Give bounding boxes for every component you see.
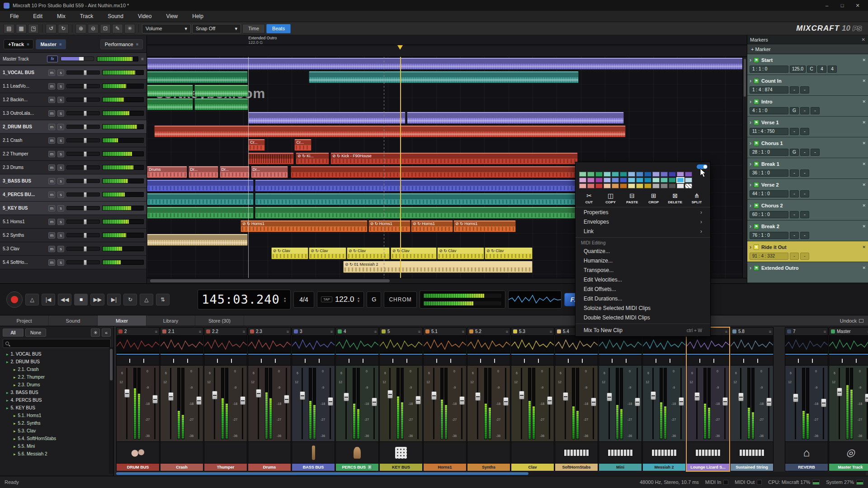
channel-sends-row[interactable] <box>467 356 510 366</box>
bottom-tab[interactable]: Store (30) <box>195 315 244 326</box>
aux-fader[interactable] <box>327 368 333 439</box>
marker-position[interactable]: 60 : 1 : 0 <box>750 211 788 218</box>
mute-button[interactable]: m <box>48 70 55 76</box>
color-swatch[interactable] <box>579 178 586 183</box>
tree-arrow-icon[interactable]: ▸ <box>14 429 16 433</box>
tree-arrow-icon[interactable]: ▸ <box>14 375 16 380</box>
audio-clip[interactable] <box>407 112 624 124</box>
marker-position[interactable]: 1 : 1 : 0 <box>750 66 788 73</box>
audio-clip[interactable]: ⊘ ↻ Clav <box>271 248 308 259</box>
channel-menu-icon[interactable]: ≡ <box>418 329 420 334</box>
marker-position[interactable]: 4 : 1 : 0 <box>750 107 788 114</box>
track-row[interactable]: 5_KEY BUS m s <box>0 202 146 215</box>
chevron-right-icon[interactable]: › <box>750 223 751 230</box>
channel-menu-icon[interactable]: ≡ <box>824 329 826 334</box>
channel-header[interactable]: 2.3 ≡ <box>248 328 291 336</box>
track-volume-slider[interactable] <box>66 179 100 183</box>
aux-fader[interactable] <box>634 368 640 439</box>
color-swatch[interactable] <box>636 172 643 177</box>
clip-action-button[interactable]: ⊞ CROP <box>644 192 664 204</box>
aux-fader[interactable] <box>415 368 421 439</box>
audio-clip[interactable] <box>147 99 193 110</box>
audio-clip[interactable] <box>248 112 406 124</box>
marker-close-icon[interactable]: ✕ <box>862 203 866 208</box>
tree-arrow-icon[interactable]: ▸ <box>6 398 9 403</box>
color-swatch[interactable] <box>652 183 660 188</box>
chevron-right-icon[interactable]: › <box>750 244 751 250</box>
color-swatch[interactable] <box>587 178 594 183</box>
mixer-channel-strip[interactable]: 5.8 ≡ 612 <box>730 327 774 471</box>
tree-item[interactable]: ▸ 3. BASS BUS <box>3 389 111 396</box>
marker-beat-1[interactable]: - <box>790 169 799 177</box>
volume-fader[interactable] <box>650 368 656 439</box>
chevron-right-icon[interactable]: › <box>750 99 751 105</box>
tree-arrow-icon[interactable]: ▸ <box>14 452 16 456</box>
color-swatch[interactable] <box>677 178 684 183</box>
color-swatch[interactable] <box>595 178 603 183</box>
tree-arrow-icon[interactable]: ▸ <box>14 383 16 387</box>
undo-icon[interactable]: ↺ <box>46 24 57 33</box>
menu-item[interactable]: Track <box>74 12 100 21</box>
track-volume-slider[interactable] <box>66 125 100 129</box>
tree-item[interactable]: ▸ 5.2. Synths <box>3 419 111 427</box>
mixer-channel-strip[interactable]: 5 ≡ 612 <box>379 327 423 471</box>
mixer-channel-strip[interactable]: 4 ≡ 612 <box>335 327 379 471</box>
marker-beat-2[interactable]: - <box>800 169 809 177</box>
aux-fader[interactable] <box>678 368 684 439</box>
rewind-button[interactable]: ◀◀ <box>58 294 71 305</box>
bottom-tab[interactable]: Mixer <box>98 315 146 326</box>
context-menu-item[interactable]: Edit Durations... <box>576 294 710 303</box>
audio-clip[interactable]: ⊘ ↻ Clav <box>347 248 390 259</box>
marker-row[interactable]: › ⚑ Ride it Out ✕ 91 : 4 : 332 - - <box>747 241 868 262</box>
track-volume-slider[interactable] <box>66 152 100 156</box>
track-volume-slider[interactable] <box>66 192 100 197</box>
channel-sends-row[interactable] <box>292 356 335 366</box>
mixer-channel-strip[interactable]: 5.6 ≡ 612 <box>642 327 686 471</box>
mixer-channel-strip[interactable]: 5.3 ≡ 612 <box>511 327 554 471</box>
settings-gear-icon[interactable]: ✳ <box>124 24 135 33</box>
marker-close-icon[interactable]: ✕ <box>862 79 866 83</box>
add-marker-button[interactable]: + Marker <box>747 44 868 54</box>
mixer-horizontal-scrollbar[interactable] <box>116 472 866 475</box>
marker-beat-2[interactable]: - <box>800 86 809 94</box>
color-swatch[interactable] <box>612 172 619 177</box>
instrument-icon[interactable] <box>160 441 203 463</box>
audio-clip[interactable]: Dr... <box>220 166 250 178</box>
instrument-icon[interactable] <box>643 441 685 463</box>
aux-fader[interactable] <box>240 368 245 439</box>
color-swatch[interactable] <box>685 172 692 177</box>
volume-fader[interactable] <box>519 368 524 439</box>
aux-fader[interactable] <box>371 368 377 439</box>
marker-row[interactable]: › ⚑ Chorus 2 ✕ 60 : 1 : 0 - - <box>747 200 868 221</box>
undock-button[interactable]: Undock <box>835 315 868 326</box>
marker-close-icon[interactable]: ✕ <box>862 58 866 62</box>
track-row[interactable]: 4_PERCS BU... m s <box>0 188 146 202</box>
marker-beat-2[interactable]: - <box>811 149 820 156</box>
track-row[interactable]: 1.2 Backin... m s <box>0 93 146 107</box>
track-row[interactable]: 5.4 SoftHo... m s <box>0 256 146 269</box>
channel-menu-icon[interactable]: ≡ <box>506 329 508 334</box>
audio-clip[interactable] <box>194 85 248 97</box>
volume-fader[interactable] <box>212 368 217 439</box>
color-swatch[interactable] <box>644 172 651 177</box>
minimize-button[interactable]: – <box>820 1 834 9</box>
track-row[interactable]: 2_DRUM BUS m s <box>0 120 146 134</box>
chevron-right-icon[interactable]: › <box>750 140 751 146</box>
collapse-sidebar-icon[interactable]: « <box>102 328 111 337</box>
color-swatch[interactable] <box>620 172 627 177</box>
color-swatch[interactable] <box>612 178 619 183</box>
color-swatch[interactable] <box>652 172 660 177</box>
aux-fader[interactable] <box>196 368 202 439</box>
tree-item[interactable]: ▸ 5.1. Horns1 <box>3 412 111 419</box>
tree-arrow-icon[interactable]: ▸ <box>6 352 9 357</box>
clip-action-button[interactable]: ⊠ DELETE <box>665 192 685 204</box>
marker-position[interactable]: 11 : 4 : 750 <box>750 128 788 135</box>
color-swatch[interactable] <box>620 178 627 183</box>
mute-button[interactable]: m <box>48 164 55 171</box>
mute-button[interactable]: m <box>48 83 55 89</box>
mute-button[interactable]: m <box>48 192 55 198</box>
fast-forward-button[interactable]: ▶▶ <box>90 294 104 305</box>
volume-fader[interactable] <box>299 368 305 439</box>
color-swatch[interactable] <box>604 172 611 177</box>
mixer-search-input[interactable] <box>3 339 111 348</box>
